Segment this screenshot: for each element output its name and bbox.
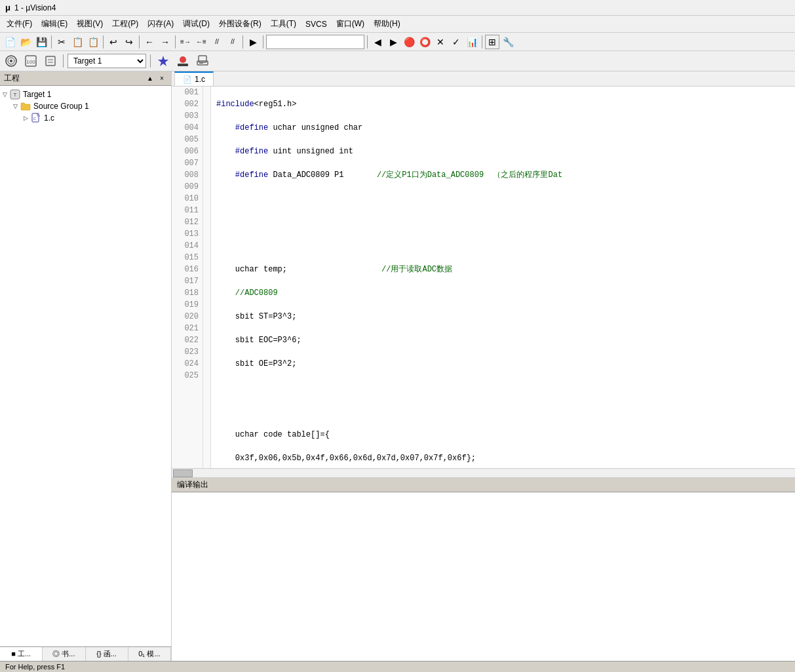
scroll-thumb-h[interactable] (173, 469, 193, 477)
tb-options[interactable] (155, 52, 172, 69)
tb-forward[interactable]: → (158, 35, 172, 49)
tb-back[interactable]: ← (142, 35, 157, 49)
menu-peripheral[interactable]: 外围设备(R) (215, 17, 265, 31)
tb-indent[interactable]: ≡→ (178, 35, 193, 49)
toolbar-search[interactable] (266, 35, 364, 49)
tb-cut[interactable]: ✂ (54, 35, 69, 49)
sidebar-tab-book[interactable]: ◎ 书... (43, 647, 85, 661)
menu-project[interactable]: 工程(P) (108, 17, 142, 31)
svg-text:C: C (33, 117, 37, 121)
ln-002: 002 (176, 98, 199, 110)
editor-area: 📄 1.c 001 002 003 004 005 006 007 008 00… (172, 71, 795, 661)
sep9 (63, 54, 64, 68)
menu-view[interactable]: 视图(V) (73, 17, 107, 31)
tb-check[interactable]: ✓ (449, 35, 463, 49)
tb-new[interactable]: 📄 (3, 35, 17, 49)
tb-icon2[interactable]: 100 (22, 52, 39, 69)
sidebar-tab-temp[interactable]: 0₁ 模... (128, 647, 171, 661)
target-dropdown[interactable]: Target 1 (68, 54, 146, 68)
ln-009: 009 (176, 181, 199, 193)
code-line-001: #include<reg51.h> (216, 98, 790, 110)
status-bar: For Help, press F1 (0, 661, 795, 672)
status-text: For Help, press F1 (5, 663, 65, 671)
code-line-008: uchar temp; //用于读取ADC数据 (216, 264, 790, 275)
main-area: 工程 ▲ × ▽ T Target 1 ▽ Sou (0, 71, 795, 661)
sidebar-close-btn[interactable]: × (157, 73, 167, 84)
ln-021: 021 (176, 323, 199, 334)
ln-022: 022 (176, 334, 199, 346)
menu-edit[interactable]: 编辑(E) (37, 17, 71, 31)
svg-text:100: 100 (26, 59, 35, 65)
menu-flash[interactable]: 闪存(A) (144, 17, 178, 31)
tb-undo[interactable]: ↩ (106, 35, 121, 49)
tb-circle[interactable]: ⭕ (417, 35, 432, 49)
tb-icon3[interactable] (42, 52, 59, 69)
ln-014: 014 (176, 240, 199, 252)
sep1 (51, 35, 52, 49)
code-content[interactable]: #include<reg51.h> #define uchar unsigned… (211, 87, 795, 468)
sidebar-pin-btn[interactable]: ▲ (145, 73, 155, 84)
output-header: 编译输出 (172, 478, 795, 492)
menu-window[interactable]: 窗口(W) (332, 17, 368, 31)
tb-redo[interactable]: ↪ (122, 35, 136, 49)
editor-tab-1c[interactable]: 📄 1.c (174, 71, 214, 86)
c-file-icon: C (31, 113, 41, 123)
tb-find-next[interactable]: ▶ (386, 35, 400, 49)
tb-unindent[interactable]: ←≡ (194, 35, 208, 49)
sidebar-tab-project[interactable]: ■ 工... (0, 647, 43, 661)
sidebar-title: 工程 (4, 73, 20, 84)
tree-item-sourcegroup1[interactable]: ▽ Source Group 1 (3, 100, 168, 112)
tb-wrench[interactable]: 🔧 (501, 35, 515, 49)
tb-open[interactable]: 📂 (18, 35, 33, 49)
tb-target-icon[interactable] (3, 52, 20, 69)
sep10 (150, 54, 151, 68)
menu-help[interactable]: 帮助(H) (370, 17, 404, 31)
ln-016: 016 (176, 264, 199, 275)
expand-sourcegroup1[interactable]: ▽ (13, 103, 18, 109)
tree-label-1c: 1.c (44, 113, 54, 123)
ln-010: 010 (176, 193, 199, 205)
menu-tools[interactable]: 工具(T) (267, 17, 300, 31)
menu-debug[interactable]: 调试(D) (179, 17, 214, 31)
sidebar-header-buttons: ▲ × (145, 73, 167, 84)
tb-print[interactable] (194, 52, 211, 69)
sidebar-tree: ▽ T Target 1 ▽ Source Group 1 ▷ (0, 86, 171, 646)
ln-012: 012 (176, 216, 199, 228)
tb-comment[interactable]: // (210, 35, 224, 49)
tb-find-prev[interactable]: ◀ (370, 35, 385, 49)
tree-item-1c[interactable]: ▷ C 1.c (3, 112, 168, 124)
ln-020: 020 (176, 311, 199, 323)
code-editor[interactable]: 001 002 003 004 005 006 007 008 009 010 … (172, 87, 795, 468)
toolbar2: 100 Target 1 (0, 51, 795, 71)
tb-save[interactable]: 💾 (34, 35, 48, 49)
ln-024: 024 (176, 358, 199, 370)
tb-x-mark[interactable]: ✕ (433, 35, 448, 49)
tb-download[interactable] (174, 52, 191, 69)
toolbar1: 📄 📂 💾 ✂ 📋 📋 ↩ ↪ ← → ≡→ ←≡ // // ▶ ◀ ▶ 🔴 … (0, 33, 795, 51)
tb-stop[interactable]: 🔴 (402, 35, 416, 49)
tb-copy[interactable]: 📋 (70, 35, 85, 49)
tb-chart[interactable]: 📊 (465, 35, 479, 49)
menu-svcs[interactable]: SVCS (301, 18, 331, 30)
sidebar-tab-func[interactable]: {} 函... (86, 647, 128, 661)
target-icon: T (10, 89, 20, 100)
sep2 (103, 35, 104, 49)
sep3 (139, 35, 140, 49)
sep7 (367, 35, 368, 49)
tree-item-target1[interactable]: ▽ T Target 1 (3, 89, 168, 100)
ln-015: 015 (176, 252, 199, 264)
tb-uncomment[interactable]: // (225, 35, 240, 49)
expand-target1[interactable]: ▽ (3, 91, 7, 98)
tb-build[interactable]: ▶ (246, 35, 260, 49)
code-line-005 (216, 193, 790, 205)
menu-file[interactable]: 文件(F) (3, 17, 36, 31)
tb-layout[interactable]: ⊞ (485, 35, 499, 49)
code-line-007 (216, 240, 790, 252)
expand-1c[interactable]: ▷ (24, 115, 28, 121)
line-markers (203, 87, 211, 468)
code-line-015: uchar code table[]={ (216, 429, 790, 441)
code-line-009: //ADC0809 (216, 287, 790, 299)
tb-paste[interactable]: 📋 (86, 35, 100, 49)
ln-018: 018 (176, 287, 199, 299)
horizontal-scrollbar[interactable] (172, 468, 795, 477)
